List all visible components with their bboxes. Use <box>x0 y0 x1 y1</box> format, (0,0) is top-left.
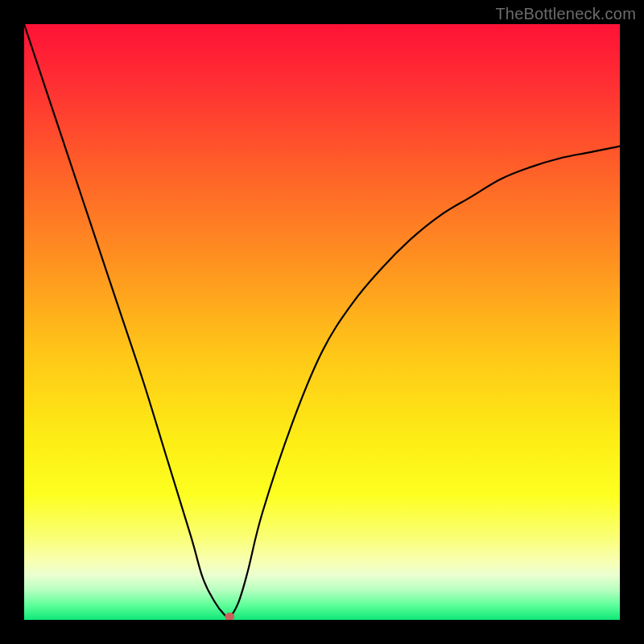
plot-area <box>24 24 620 620</box>
chart-svg <box>24 24 620 620</box>
bottleneck-curve <box>24 24 620 617</box>
watermark-text: TheBottleneck.com <box>495 5 636 23</box>
chart-frame: TheBottleneck.com <box>0 0 644 644</box>
